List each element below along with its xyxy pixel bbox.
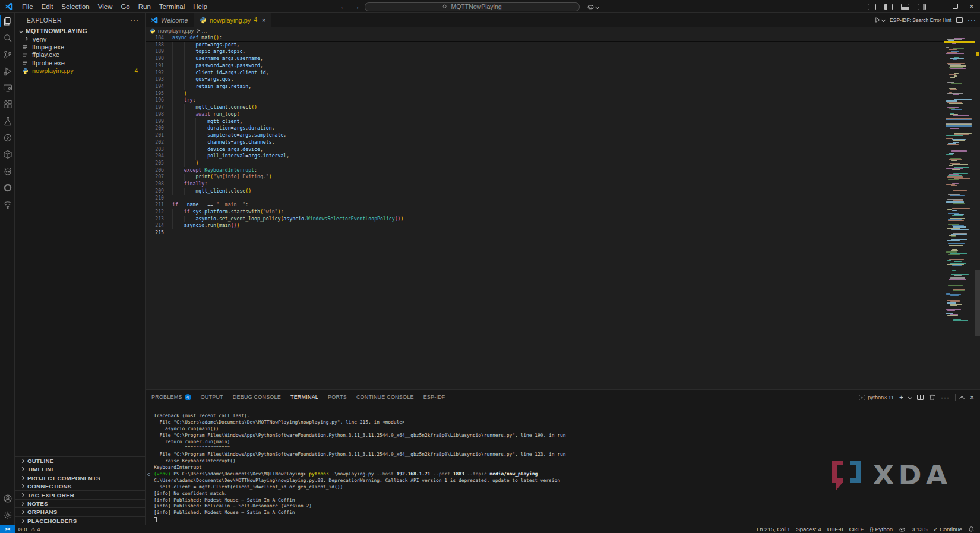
explorer-icon (3, 17, 12, 26)
copilot-menu-button[interactable] (587, 3, 599, 11)
problems-status[interactable]: ⊘ 0 ⚠ 4 (15, 525, 43, 533)
status-eol[interactable]: CRLF (846, 525, 867, 533)
activity-bar-item-run-and-debug[interactable] (0, 63, 15, 80)
chevron-right-icon (20, 502, 24, 506)
esp-idf-search-error-hint-button[interactable]: ESP-IDF: Search Error Hint (890, 17, 951, 23)
activity-bar-item-search[interactable] (0, 30, 15, 46)
menu-run[interactable]: Run (134, 0, 155, 13)
file-tree-item-venv[interactable]: venv (15, 35, 145, 43)
status-language-mode[interactable]: {}Python (867, 525, 896, 533)
file-tree-item-ffprobe-exe[interactable]: ffprobe.exe (15, 59, 145, 67)
scrollbar-thumb[interactable] (975, 270, 980, 336)
sidebar-section-timeline[interactable]: TIMELINE (15, 465, 145, 473)
status-copilot[interactable] (896, 525, 909, 533)
status-continue[interactable]: ✓Continue (930, 525, 965, 533)
sidebar-section-connections[interactable]: CONNECTIONS (15, 482, 145, 490)
file-tree-item-nowplaying-py[interactable]: nowplaying.py4 (15, 67, 145, 75)
sidebar-section-outline[interactable]: OUTLINE (15, 456, 145, 465)
new-terminal-button[interactable]: + (899, 393, 903, 402)
toggle-panel-button[interactable] (901, 4, 909, 10)
menu-help[interactable]: Help (189, 0, 211, 13)
split-terminal-button[interactable] (917, 395, 924, 400)
extensions-icon (3, 100, 12, 109)
activity-bar-item-source-control[interactable] (0, 46, 15, 63)
kill-terminal-button[interactable] (929, 394, 935, 400)
maximize-panel-button[interactable] (959, 396, 964, 400)
status-encoding[interactable]: UTF-8 (824, 525, 846, 533)
activity-bar-item-wireless-extension[interactable] (0, 196, 15, 213)
activity-bar-item-accounts[interactable] (0, 490, 15, 507)
panel-tab-problems[interactable]: PROBLEMS4 (151, 390, 191, 405)
line-number: 199 (146, 118, 164, 125)
editor-scrollbar[interactable] (975, 34, 980, 389)
editor-tab-nowplaying-py[interactable]: nowplaying.py4× (194, 13, 272, 27)
back-button[interactable]: ← (339, 2, 348, 11)
ring-extension-icon (3, 183, 12, 193)
xda-logo-text: XDA (872, 459, 951, 490)
panel-tab-debug-console[interactable]: DEBUG CONSOLE (233, 390, 281, 405)
restore-button[interactable] (947, 0, 963, 13)
panel-tab-esp-idf[interactable]: ESP-IDF (423, 390, 445, 405)
terminal-session-label[interactable]: > python3.11 (859, 395, 894, 400)
activity-bar-item-settings[interactable] (0, 507, 15, 523)
close-button[interactable]: × (963, 0, 980, 13)
menu-view[interactable]: View (94, 0, 117, 13)
remote-indicator[interactable]: >< (0, 525, 15, 533)
split-editor-button[interactable] (956, 17, 963, 23)
terminal-more-actions-button[interactable]: ··· (941, 393, 950, 402)
sidebar-section-orphans[interactable]: ORPHANS (15, 507, 145, 516)
file-label: nowplaying.py (32, 67, 74, 74)
sidebar-section-tag-explorer[interactable]: TAG EXPLORER (15, 490, 145, 499)
activity-bar-item-explorer[interactable] (0, 13, 15, 30)
menu-edit[interactable]: Edit (37, 0, 58, 13)
minimap[interactable] (944, 34, 975, 389)
explorer-more-actions-button[interactable]: ··· (130, 16, 139, 24)
status-python-version[interactable]: 3.13.5 (909, 525, 930, 533)
panel-tab-output[interactable]: OUTPUT (201, 390, 223, 405)
activity-bar-item-package-extension[interactable] (0, 146, 15, 163)
toggle-primary-sidebar-button[interactable] (884, 4, 893, 10)
panel-tab-ports[interactable]: PORTS (328, 390, 347, 405)
toggle-secondary-sidebar-button[interactable] (918, 4, 926, 10)
forward-button[interactable]: → (352, 2, 361, 11)
status-cursor-position[interactable]: Ln 215, Col 1 (754, 525, 794, 533)
menu-file[interactable]: File (18, 0, 37, 13)
close-tab-button[interactable]: × (262, 17, 265, 24)
sidebar-section-notes[interactable]: NOTES (15, 499, 145, 507)
activity-bar-item-testing[interactable] (0, 113, 15, 130)
file-label: ffmpeg.exe (32, 43, 64, 51)
breadcrumb-symbol[interactable]: … (201, 27, 207, 34)
explorer-root-folder[interactable]: MQTTNOWPLAYING (15, 27, 145, 35)
code-line: 212if sys.platform.startswith("win"): (146, 209, 980, 216)
line-number: 203 (146, 146, 164, 153)
activity-bar-item-remote-explorer[interactable] (0, 80, 15, 96)
menu-selection[interactable]: Selection (57, 0, 93, 13)
close-panel-button[interactable]: × (970, 393, 974, 402)
command-center-search[interactable]: MQTTNowPlaying (365, 2, 580, 11)
sidebar-section-placeholders[interactable]: PLACEHOLDERS (15, 516, 145, 525)
editor-tab-welcome[interactable]: Welcome (146, 13, 194, 27)
overview-ruler-warning-mark (976, 52, 979, 56)
minimize-button[interactable]: – (930, 0, 947, 13)
activity-bar-item-extensions[interactable] (0, 96, 15, 113)
menu-terminal[interactable]: Terminal (155, 0, 189, 13)
code-editor[interactable]: 184async def main():188port=args.port,18… (146, 34, 980, 389)
sidebar-section-project-components[interactable]: PROJECT COMPONENTS (15, 474, 145, 482)
activity-bar-item-robot-extension[interactable] (0, 163, 15, 179)
line-number: 189 (146, 48, 164, 55)
menu-go[interactable]: Go (116, 0, 134, 13)
file-tree-item-ffmpeg-exe[interactable]: ffmpeg.exe (15, 43, 145, 51)
activity-bar-item-ring-extension[interactable] (0, 179, 15, 196)
launch-profile-chevron-icon[interactable] (908, 395, 912, 399)
activity-bar-item-continue-extension[interactable] (0, 130, 15, 146)
customize-layout-button[interactable] (868, 4, 876, 10)
status-indentation[interactable]: Spaces: 4 (793, 525, 824, 533)
status-notifications[interactable] (965, 525, 978, 533)
chevron-right-icon (20, 493, 24, 497)
breadcrumb-file[interactable]: nowplaying.py (158, 27, 194, 34)
editor-more-actions-button[interactable]: ··· (968, 16, 976, 24)
panel-tab-continue-console[interactable]: CONTINUE CONSOLE (356, 390, 414, 405)
run-python-file-button[interactable] (874, 17, 885, 23)
file-tree-item-ffplay-exe[interactable]: ffplay.exe (15, 51, 145, 59)
panel-tab-terminal[interactable]: TERMINAL (290, 390, 318, 405)
